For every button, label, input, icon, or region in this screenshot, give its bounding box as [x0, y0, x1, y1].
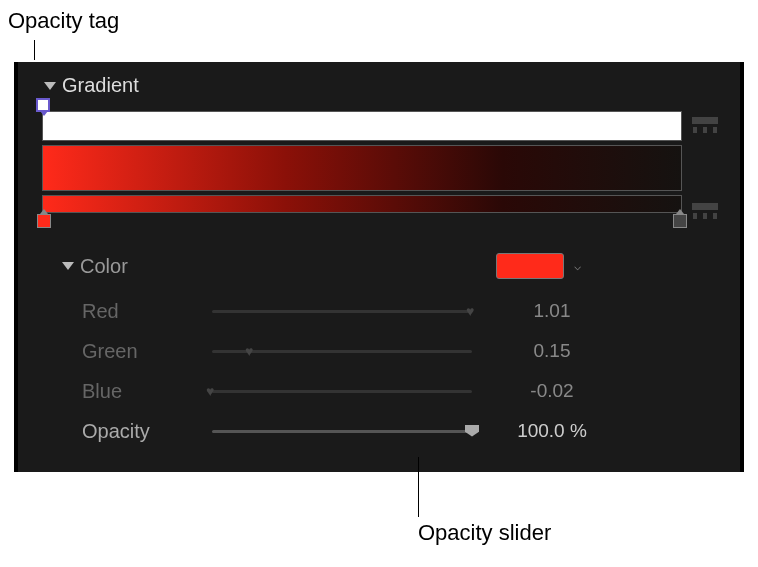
svg-rect-5 — [693, 213, 697, 219]
svg-rect-1 — [693, 127, 697, 133]
param-rows: Red ♥ 1.01 Green ♥ 0.15 Blue ♥ — [62, 291, 724, 451]
disclosure-triangle-icon[interactable] — [44, 82, 56, 90]
callout-opacity-slider: Opacity slider — [418, 520, 551, 546]
distribute-opacity-icon[interactable] — [692, 117, 718, 135]
distribute-color-icon[interactable] — [692, 203, 718, 221]
blue-value[interactable]: -0.02 — [492, 380, 612, 402]
heart-handle-icon[interactable]: ♥ — [245, 344, 257, 358]
color-header-row[interactable]: Color ⌵ — [62, 253, 724, 279]
opacity-value[interactable]: 100.0 % — [492, 420, 612, 442]
heart-handle-icon[interactable]: ♥ — [206, 384, 218, 398]
red-slider[interactable]: ♥ — [212, 310, 472, 313]
param-row-green: Green ♥ 0.15 — [82, 331, 724, 371]
opacity-tag[interactable] — [36, 98, 50, 112]
param-label-green: Green — [82, 340, 212, 363]
disclosure-triangle-icon[interactable] — [62, 262, 74, 270]
callout-line — [418, 457, 419, 517]
color-stops-bar[interactable] — [42, 195, 682, 213]
gradient-title: Gradient — [62, 74, 139, 97]
color-section: Color ⌵ Red ♥ 1.01 Green ♥ 0.15 — [30, 253, 724, 451]
gradient-bars — [42, 111, 682, 223]
heart-handle-icon[interactable]: ♥ — [466, 304, 478, 318]
param-row-red: Red ♥ 1.01 — [82, 291, 724, 331]
green-value[interactable]: 0.15 — [492, 340, 612, 362]
color-stop-right[interactable] — [673, 214, 687, 228]
callout-opacity-tag: Opacity tag — [8, 8, 119, 34]
svg-rect-7 — [713, 213, 717, 219]
color-section-title: Color — [80, 255, 490, 278]
color-swatch[interactable] — [496, 253, 564, 279]
gradient-panel: Gradient — [14, 62, 744, 472]
gradient-editor — [30, 111, 724, 223]
distribution-icons — [692, 111, 724, 223]
param-row-opacity: Opacity 100.0 % — [82, 411, 724, 451]
svg-rect-0 — [692, 117, 718, 124]
gradient-preview-bar[interactable] — [42, 145, 682, 191]
chevron-down-icon[interactable]: ⌵ — [574, 259, 581, 273]
param-label-red: Red — [82, 300, 212, 323]
svg-rect-6 — [703, 213, 707, 219]
opacity-slider-handle[interactable] — [465, 425, 477, 439]
param-label-opacity: Opacity — [82, 420, 212, 443]
opacity-bar[interactable] — [42, 111, 682, 141]
green-slider[interactable]: ♥ — [212, 350, 472, 353]
param-row-blue: Blue ♥ -0.02 — [82, 371, 724, 411]
color-stop-left[interactable] — [37, 214, 51, 228]
panel-wrapper: Gradient — [8, 60, 750, 480]
opacity-slider[interactable] — [212, 430, 472, 433]
svg-rect-2 — [703, 127, 707, 133]
param-label-blue: Blue — [82, 380, 212, 403]
svg-rect-4 — [692, 203, 718, 210]
blue-slider[interactable]: ♥ — [212, 390, 472, 393]
svg-rect-3 — [713, 127, 717, 133]
red-value[interactable]: 1.01 — [492, 300, 612, 322]
gradient-header-row[interactable]: Gradient — [30, 74, 724, 97]
